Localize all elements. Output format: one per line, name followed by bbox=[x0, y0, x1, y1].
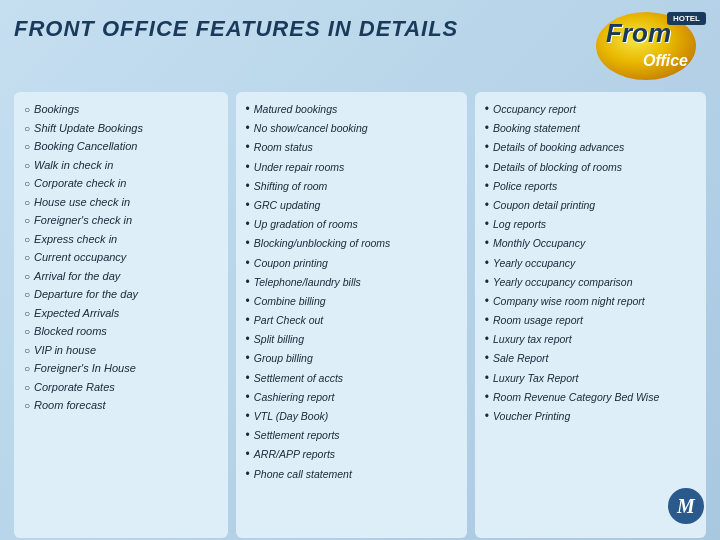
list-item: Sale Report bbox=[485, 349, 696, 368]
list-item: Phone call statement bbox=[246, 465, 457, 484]
list-item: Combine billing bbox=[246, 292, 457, 311]
list-item: Group billing bbox=[246, 349, 457, 368]
list-item: Corporate check in bbox=[24, 174, 218, 193]
list-item: Expected Arrivals bbox=[24, 304, 218, 323]
list-item: Booking statement bbox=[485, 119, 696, 138]
list-item: Room Revenue Category Bed Wise bbox=[485, 388, 696, 407]
list-item: Voucher Printing bbox=[485, 407, 696, 426]
list-item: Cashiering report bbox=[246, 388, 457, 407]
list-item: Monthly Occupancy bbox=[485, 234, 696, 253]
logo-office-text: Office bbox=[643, 52, 688, 70]
list-item: Log reports bbox=[485, 215, 696, 234]
list-item: Walk in check in bbox=[24, 156, 218, 175]
list-item: Corporate Rates bbox=[24, 378, 218, 397]
list-item: Part Check out bbox=[246, 311, 457, 330]
list-item: Yearly occupancy bbox=[485, 254, 696, 273]
list-item: Foreigner's check in bbox=[24, 211, 218, 230]
list-item: ARR/APP reports bbox=[246, 445, 457, 464]
content-area: BookingsShift Update BookingsBooking Can… bbox=[14, 92, 706, 538]
list-item: Telephone/laundry bills bbox=[246, 273, 457, 292]
list-item: Booking Cancellation bbox=[24, 137, 218, 156]
column-2: Matured bookingsNo show/cancel bookingRo… bbox=[236, 92, 467, 538]
list-item: Yearly occupancy comparison bbox=[485, 273, 696, 292]
logo-area: From Office Hotel bbox=[596, 12, 706, 82]
logo-front-text: From bbox=[606, 20, 671, 46]
list-item: Departure for the day bbox=[24, 285, 218, 304]
list-item: Occupancy report bbox=[485, 100, 696, 119]
list-item: Luxury tax report bbox=[485, 330, 696, 349]
list-item: GRC updating bbox=[246, 196, 457, 215]
list-item: Up gradation of rooms bbox=[246, 215, 457, 234]
list-item: Matured bookings bbox=[246, 100, 457, 119]
column-1: BookingsShift Update BookingsBooking Can… bbox=[14, 92, 228, 538]
list-item: Settlement of accts bbox=[246, 369, 457, 388]
list-item: Room forecast bbox=[24, 396, 218, 415]
page-title: FRONT OFFICE FEATURES IN DETAILS bbox=[14, 12, 458, 42]
list-item: Shift Update Bookings bbox=[24, 119, 218, 138]
header: FRONT OFFICE FEATURES IN DETAILS From Of… bbox=[14, 12, 706, 82]
list-item: No show/cancel booking bbox=[246, 119, 457, 138]
list-item: Bookings bbox=[24, 100, 218, 119]
list-item: Room usage report bbox=[485, 311, 696, 330]
list-item: Blocked rooms bbox=[24, 322, 218, 341]
list-item: VTL (Day Book) bbox=[246, 407, 457, 426]
list-item: Express check in bbox=[24, 230, 218, 249]
list-item: Details of blocking of rooms bbox=[485, 158, 696, 177]
list-item: Current occupancy bbox=[24, 248, 218, 267]
list-item: Foreigner's In House bbox=[24, 359, 218, 378]
list-item: House use check in bbox=[24, 193, 218, 212]
list-item: Luxury Tax Report bbox=[485, 369, 696, 388]
column-3: Occupancy reportBooking statementDetails… bbox=[475, 92, 706, 538]
list-item: VIP in house bbox=[24, 341, 218, 360]
list-item: Settlement reports bbox=[246, 426, 457, 445]
list-item: Coupon detail printing bbox=[485, 196, 696, 215]
list-item: Arrival for the day bbox=[24, 267, 218, 286]
list-item: Under repair rooms bbox=[246, 158, 457, 177]
list-item: Blocking/unblocking of rooms bbox=[246, 234, 457, 253]
list-item: Room status bbox=[246, 138, 457, 157]
list-item: Police reports bbox=[485, 177, 696, 196]
hotel-badge: Hotel bbox=[667, 12, 706, 25]
list-item: Details of booking advances bbox=[485, 138, 696, 157]
m-icon: M bbox=[668, 488, 704, 524]
page: FRONT OFFICE FEATURES IN DETAILS From Of… bbox=[0, 0, 720, 540]
list-item: Coupon printing bbox=[246, 254, 457, 273]
list-item: Split billing bbox=[246, 330, 457, 349]
list-item: Company wise room night report bbox=[485, 292, 696, 311]
list-item: Shifting of room bbox=[246, 177, 457, 196]
